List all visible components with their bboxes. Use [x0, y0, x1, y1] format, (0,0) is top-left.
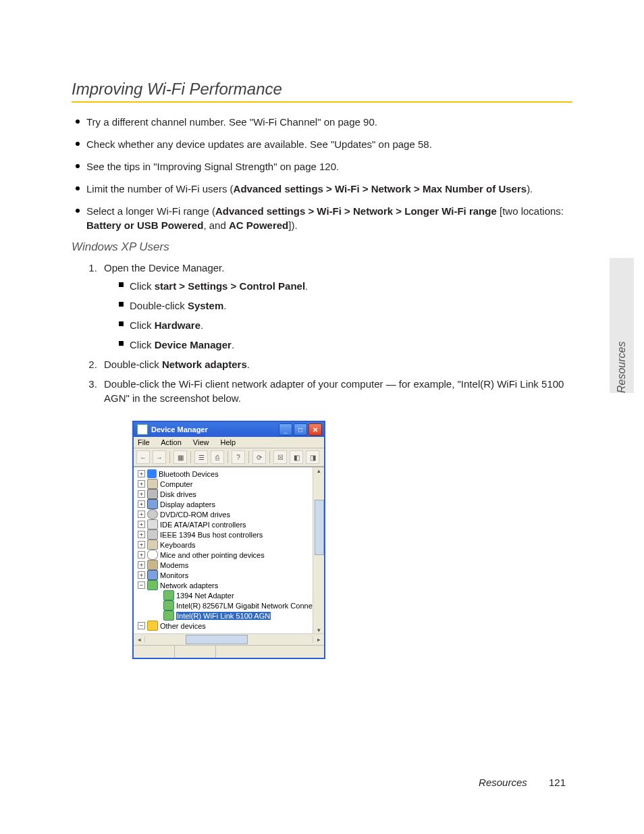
- toolbar-icon[interactable]: ☒: [273, 450, 287, 464]
- tree-node-wifi-adapter[interactable]: Intel(R) WiFi Link 5100 AGN: [134, 610, 324, 621]
- expand-icon[interactable]: +: [138, 531, 145, 538]
- close-button[interactable]: ✕: [308, 423, 322, 436]
- tree-node-disk[interactable]: +Disk drives: [134, 489, 324, 499]
- help-icon[interactable]: ?: [232, 450, 245, 464]
- scan-icon[interactable]: ⟳: [252, 450, 266, 464]
- menu-file[interactable]: File: [138, 438, 150, 446]
- minimize-button[interactable]: _: [279, 423, 292, 436]
- forward-icon[interactable]: →: [153, 450, 166, 464]
- bullet-item: See the tips in "Improving Signal Streng…: [72, 159, 572, 174]
- sub-item: Click Hardware.: [119, 318, 572, 332]
- bullet-bold: AC Powered: [229, 219, 288, 231]
- expand-icon[interactable]: +: [138, 561, 145, 569]
- expand-icon[interactable]: +: [138, 571, 145, 579]
- tree-node-1394-adapter[interactable]: 1394 Net Adapter: [134, 590, 324, 600]
- step-bold: Network adapters: [162, 359, 247, 370]
- step-item: Open the Device Manager. Click start > S…: [100, 261, 572, 352]
- tree-label: Modems: [160, 561, 188, 569]
- bullet-list: Try a different channel number. See "Wi-…: [72, 115, 572, 232]
- bullet-text: Limit the number of Wi-Fi users (: [86, 183, 234, 194]
- properties-icon[interactable]: ☰: [194, 450, 208, 464]
- expand-icon[interactable]: +: [138, 511, 145, 518]
- keyboard-icon: [147, 540, 158, 550]
- bullet-text: , and: [203, 219, 229, 231]
- scroll-left-icon[interactable]: ◂: [134, 636, 145, 643]
- bullet-item: Try a different channel number. See "Wi-…: [72, 115, 572, 129]
- tree-node-modems[interactable]: +Modems: [134, 560, 324, 570]
- scrollbar-thumb[interactable]: [186, 635, 248, 644]
- footer-section: Resources: [479, 777, 527, 788]
- tree-label: Other devices: [160, 622, 206, 630]
- expand-icon[interactable]: +: [138, 470, 145, 477]
- tree-label: IEEE 1394 Bus host controllers: [160, 531, 263, 539]
- step-item: Double-click the Wi-Fi client network ad…: [100, 377, 572, 405]
- menu-action[interactable]: Action: [161, 438, 182, 446]
- dvd-icon: [147, 509, 158, 519]
- tree-pane: +Bluetooth Devices +Computer +Disk drive…: [134, 467, 324, 633]
- expand-icon[interactable]: +: [138, 490, 145, 498]
- tree-label: Intel(R) 82567LM Gigabit Network Connec: [176, 602, 316, 610]
- expand-icon[interactable]: +: [138, 551, 145, 558]
- bullet-path: Advanced settings > Wi-Fi > Network > Ma…: [234, 183, 527, 194]
- side-tab-resources: Resources: [610, 258, 634, 393]
- step-text: Open the Device Manager.: [104, 262, 224, 273]
- tree-node-computer[interactable]: +Computer: [134, 479, 324, 489]
- toolbar: ← → ▦ ☰ ⎙ ? ⟳ ☒ ◧ ◨: [134, 448, 324, 467]
- print-icon[interactable]: ⎙: [211, 450, 224, 464]
- tree-label: DVD/CD-ROM drives: [160, 511, 230, 519]
- menubar[interactable]: File Action View Help: [134, 437, 324, 448]
- expand-icon[interactable]: +: [138, 500, 145, 508]
- expand-icon[interactable]: +: [138, 521, 145, 528]
- back-icon[interactable]: ←: [136, 450, 150, 464]
- tree-node-dvd[interactable]: +DVD/CD-ROM drives: [134, 509, 324, 519]
- tree-node-display[interactable]: +Display adapters: [134, 499, 324, 509]
- sub-bold: Device Manager: [155, 339, 232, 350]
- horizontal-scrollbar[interactable]: ◂▸: [134, 633, 324, 645]
- page-footer: Resources 121: [479, 777, 566, 788]
- sub-text: Click: [130, 319, 155, 331]
- bullet-item: Select a longer Wi-Fi range (Advanced se…: [72, 204, 572, 232]
- title-rule: [72, 101, 572, 103]
- window-titlebar[interactable]: Device Manager _ □ ✕: [134, 422, 324, 437]
- toolbar-icon[interactable]: ◧: [290, 450, 303, 464]
- device-manager-window: Device Manager _ □ ✕ File Action View He…: [132, 421, 325, 659]
- tree-label: Keyboards: [160, 541, 196, 549]
- scroll-right-icon[interactable]: ▸: [313, 636, 324, 643]
- network-icon: [147, 580, 158, 590]
- expand-icon[interactable]: +: [138, 541, 145, 548]
- bullet-text: ).: [527, 183, 533, 194]
- tree-node-gigabit-adapter[interactable]: Intel(R) 82567LM Gigabit Network Connec: [134, 600, 324, 610]
- vertical-scrollbar[interactable]: [313, 467, 324, 633]
- ieee1394-icon: [147, 529, 158, 540]
- toolbar-icon[interactable]: ▦: [173, 450, 187, 464]
- tree-node-keyboards[interactable]: +Keyboards: [134, 540, 324, 550]
- tree-label: 1394 Net Adapter: [176, 592, 234, 600]
- tree-node-bluetooth[interactable]: +Bluetooth Devices: [134, 469, 324, 479]
- tree-label: Bluetooth Devices: [159, 470, 219, 478]
- collapse-icon[interactable]: −: [138, 581, 145, 589]
- menu-help[interactable]: Help: [221, 438, 236, 446]
- collapse-icon[interactable]: −: [138, 622, 145, 629]
- steps-list: Open the Device Manager. Click start > S…: [72, 261, 572, 405]
- tree-node-other[interactable]: −Other devices: [134, 621, 324, 631]
- maximize-button[interactable]: □: [294, 423, 307, 436]
- expand-icon[interactable]: +: [138, 480, 145, 488]
- document-page: Resources Improving Wi-Fi Performance Tr…: [0, 0, 644, 834]
- tree-node-ieee1394[interactable]: +IEEE 1394 Bus host controllers: [134, 529, 324, 540]
- sub-item: Click Device Manager.: [119, 338, 572, 352]
- scrollbar-thumb[interactable]: [315, 500, 324, 555]
- tree-node-mice[interactable]: +Mice and other pointing devices: [134, 550, 324, 560]
- modem-icon: [147, 560, 158, 570]
- tree-node-ide[interactable]: +IDE ATA/ATAPI controllers: [134, 519, 324, 529]
- toolbar-icon[interactable]: ◨: [306, 450, 319, 464]
- bullet-text: Select a longer Wi-Fi range (: [86, 205, 215, 217]
- tree-node-monitors[interactable]: +Monitors: [134, 570, 324, 580]
- sub-bold: start > Settings > Control Panel: [155, 280, 305, 292]
- tree-label: Network adapters: [160, 581, 218, 590]
- tree-node-network[interactable]: −Network adapters: [134, 580, 324, 590]
- step-text: Double-click: [104, 359, 162, 370]
- tree-label: IDE ATA/ATAPI controllers: [160, 521, 246, 529]
- separator: [169, 451, 170, 463]
- mouse-icon: [147, 550, 158, 560]
- menu-view[interactable]: View: [193, 438, 209, 446]
